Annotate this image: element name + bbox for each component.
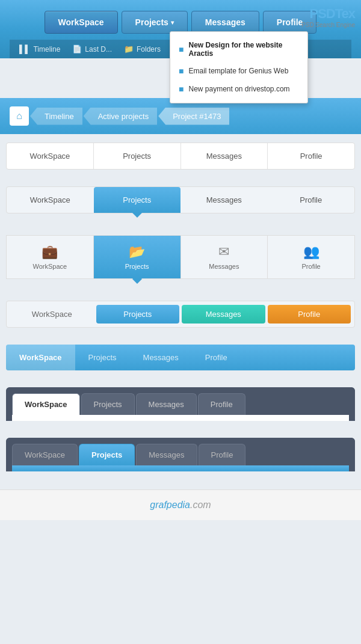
nav-dark2-bottom-bar bbox=[12, 465, 349, 471]
nav1-workspace[interactable]: WorkSpace bbox=[7, 143, 94, 169]
nav4-workspace[interactable]: WorkSpace bbox=[10, 305, 94, 324]
nav-icons: 💼 WorkSpace 📂 Projects ✉ Messages 👥 Prof… bbox=[6, 235, 355, 279]
nav7-projects[interactable]: Projects bbox=[79, 444, 135, 465]
bullet-icon-3: ■ bbox=[179, 84, 184, 94]
breadcrumb-section: ⌂ Timeline Active projects Project #1473 bbox=[0, 98, 361, 134]
nav7-workspace[interactable]: WorkSpace bbox=[12, 444, 78, 465]
nav2-profile[interactable]: Profile bbox=[268, 187, 355, 213]
nav3-projects[interactable]: 📂 Projects bbox=[94, 236, 181, 278]
nav-dark2-section: WorkSpace Projects Messages Profile bbox=[6, 438, 355, 471]
nav2-messages[interactable]: Messages bbox=[180, 187, 268, 213]
dropdown-item-2[interactable]: ■ Email template for Genius Web bbox=[170, 62, 307, 80]
nav4-profile[interactable]: Profile bbox=[268, 305, 351, 324]
nav3-messages[interactable]: ✉ Messages bbox=[181, 236, 268, 278]
dropdown-item-1[interactable]: ■ New Design for the website Aractis bbox=[170, 37, 307, 62]
nav4-messages[interactable]: Messages bbox=[182, 305, 265, 324]
nav-icons-arrow bbox=[132, 279, 142, 284]
psdtex-logo: PSDTex PSD Search Engine bbox=[301, 6, 355, 28]
nav5-section: WorkSpace Projects Messages Profile bbox=[0, 336, 361, 379]
secondary-nav-folders[interactable]: 📁 Folders bbox=[124, 44, 161, 54]
home-icon: ⌂ bbox=[16, 111, 22, 121]
nav6-profile[interactable]: Profile bbox=[198, 393, 245, 415]
nav-icons-wrapper: 💼 WorkSpace 📂 Projects ✉ Messages 👥 Prof… bbox=[6, 235, 355, 279]
nav2-workspace[interactable]: WorkSpace bbox=[7, 187, 94, 213]
nav7-profile[interactable]: Profile bbox=[199, 444, 246, 465]
top-nav-buttons: WorkSpace Projects ▾ Messages Profile bbox=[10, 11, 351, 34]
breadcrumb-active-projects[interactable]: Active projects bbox=[84, 108, 158, 125]
footer: grafpedia.com bbox=[0, 489, 361, 520]
nav7-section: WorkSpace Projects Messages Profile bbox=[0, 429, 361, 480]
footer-text: grafpedia.com bbox=[10, 500, 351, 511]
nav5-projects[interactable]: Projects bbox=[75, 345, 130, 370]
breadcrumb-home[interactable]: ⌂ bbox=[10, 106, 29, 126]
logo-sub: PSD Search Engine bbox=[301, 22, 355, 28]
nav2-projects[interactable]: Projects bbox=[94, 187, 181, 213]
breadcrumb-timeline[interactable]: Timeline bbox=[30, 108, 82, 125]
envelope-icon: ✉ bbox=[218, 244, 229, 260]
nav3-profile[interactable]: 👥 Profile bbox=[268, 236, 354, 278]
people-icon: 👥 bbox=[303, 244, 319, 260]
nav-bar-blue: WorkSpace Projects Messages Profile bbox=[6, 345, 355, 370]
nav5-workspace[interactable]: WorkSpace bbox=[6, 345, 75, 370]
projects-dropdown-arrow: ▾ bbox=[171, 19, 174, 26]
folder-icon: 📁 bbox=[124, 44, 134, 54]
breadcrumb-project[interactable]: Project #1473 bbox=[158, 108, 229, 125]
nav-dark-wrapper: WorkSpace Projects Messages Profile bbox=[6, 387, 355, 415]
nav-blue-active: WorkSpace Projects Messages Profile bbox=[6, 186, 355, 213]
nav-workspace-button[interactable]: WorkSpace bbox=[45, 11, 118, 34]
nav7-messages[interactable]: Messages bbox=[136, 444, 197, 465]
secondary-nav-timeline[interactable]: ▌▌ Timeline bbox=[19, 44, 60, 54]
top-nav-section: PSDTex PSD Search Engine WorkSpace Proje… bbox=[0, 0, 361, 58]
nav6-messages[interactable]: Messages bbox=[136, 393, 197, 415]
nav-dark-section: WorkSpace Projects Messages Profile bbox=[6, 387, 355, 421]
nav2-section: WorkSpace Projects Messages Profile bbox=[0, 178, 361, 227]
bullet-icon-1: ■ bbox=[179, 44, 184, 54]
nav5-profile[interactable]: Profile bbox=[192, 345, 241, 370]
nav-plain: WorkSpace Projects Messages Profile bbox=[6, 143, 355, 170]
nav-dark-bottom-bar bbox=[12, 415, 349, 421]
logo-main: PSDTex bbox=[301, 6, 355, 22]
briefcase-icon: 💼 bbox=[42, 244, 58, 260]
nav1-messages[interactable]: Messages bbox=[181, 143, 268, 169]
nav6-workspace[interactable]: WorkSpace bbox=[12, 393, 80, 415]
nav3-workspace[interactable]: 💼 WorkSpace bbox=[7, 236, 94, 278]
bullet-icon-2: ■ bbox=[179, 66, 184, 76]
nav5-messages[interactable]: Messages bbox=[130, 345, 192, 370]
nav-rounded: WorkSpace Projects Messages Profile bbox=[6, 301, 355, 328]
folder-open-icon: 📂 bbox=[129, 244, 145, 260]
nav1-projects[interactable]: Projects bbox=[94, 143, 181, 169]
nav3-section: 💼 WorkSpace 📂 Projects ✉ Messages 👥 Prof… bbox=[0, 227, 361, 292]
nav4-section: WorkSpace Projects Messages Profile bbox=[0, 292, 361, 336]
nav1-profile[interactable]: Profile bbox=[268, 143, 354, 169]
nav6-projects[interactable]: Projects bbox=[81, 393, 135, 415]
nav-messages-button[interactable]: Messages bbox=[191, 11, 259, 34]
projects-dropdown-menu: ■ New Design for the website Aractis ■ E… bbox=[170, 31, 308, 103]
dropdown-item-3[interactable]: ■ New payment on drivestop.com bbox=[170, 80, 307, 98]
nav-dark2-wrapper: WorkSpace Projects Messages Profile bbox=[6, 438, 355, 465]
document-icon: 📄 bbox=[72, 44, 82, 54]
secondary-nav-last-docs[interactable]: 📄 Last D... bbox=[72, 44, 112, 54]
nav-projects-button[interactable]: Projects ▾ bbox=[122, 11, 188, 34]
nav1-section: WorkSpace Projects Messages Profile bbox=[0, 134, 361, 178]
nav4-projects[interactable]: Projects bbox=[96, 305, 180, 324]
bar-chart-icon: ▌▌ bbox=[19, 44, 30, 54]
nav6-section: WorkSpace Projects Messages Profile bbox=[0, 379, 361, 429]
